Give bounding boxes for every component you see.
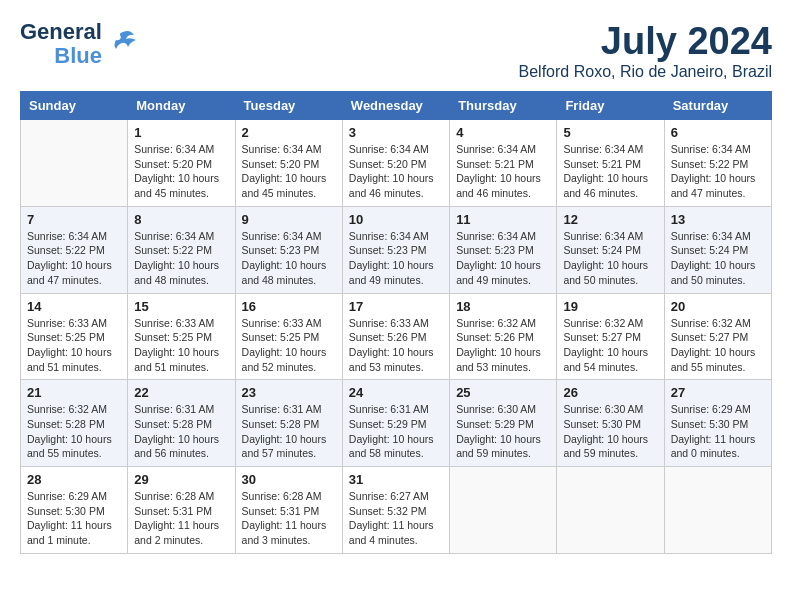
calendar-week-row: 28Sunrise: 6:29 AMSunset: 5:30 PMDayligh…	[21, 467, 772, 554]
day-info: Sunrise: 6:34 AMSunset: 5:20 PMDaylight:…	[242, 142, 336, 201]
day-number: 9	[242, 212, 336, 227]
col-header-monday: Monday	[128, 92, 235, 120]
day-info: Sunrise: 6:34 AMSunset: 5:24 PMDaylight:…	[563, 229, 657, 288]
col-header-tuesday: Tuesday	[235, 92, 342, 120]
day-info: Sunrise: 6:34 AMSunset: 5:20 PMDaylight:…	[134, 142, 228, 201]
calendar-cell: 2Sunrise: 6:34 AMSunset: 5:20 PMDaylight…	[235, 120, 342, 207]
calendar-cell: 14Sunrise: 6:33 AMSunset: 5:25 PMDayligh…	[21, 293, 128, 380]
title-section: July 2024 Belford Roxo, Rio de Janeiro, …	[519, 20, 772, 81]
day-info: Sunrise: 6:33 AMSunset: 5:25 PMDaylight:…	[27, 316, 121, 375]
day-number: 30	[242, 472, 336, 487]
day-info: Sunrise: 6:29 AMSunset: 5:30 PMDaylight:…	[27, 489, 121, 548]
calendar-cell: 20Sunrise: 6:32 AMSunset: 5:27 PMDayligh…	[664, 293, 771, 380]
calendar-cell: 28Sunrise: 6:29 AMSunset: 5:30 PMDayligh…	[21, 467, 128, 554]
day-number: 19	[563, 299, 657, 314]
day-number: 22	[134, 385, 228, 400]
day-info: Sunrise: 6:34 AMSunset: 5:22 PMDaylight:…	[27, 229, 121, 288]
calendar-week-row: 21Sunrise: 6:32 AMSunset: 5:28 PMDayligh…	[21, 380, 772, 467]
day-number: 18	[456, 299, 550, 314]
calendar-cell: 25Sunrise: 6:30 AMSunset: 5:29 PMDayligh…	[450, 380, 557, 467]
calendar-cell: 17Sunrise: 6:33 AMSunset: 5:26 PMDayligh…	[342, 293, 449, 380]
calendar-cell: 30Sunrise: 6:28 AMSunset: 5:31 PMDayligh…	[235, 467, 342, 554]
day-info: Sunrise: 6:31 AMSunset: 5:28 PMDaylight:…	[134, 402, 228, 461]
calendar-week-row: 7Sunrise: 6:34 AMSunset: 5:22 PMDaylight…	[21, 206, 772, 293]
calendar-week-row: 1Sunrise: 6:34 AMSunset: 5:20 PMDaylight…	[21, 120, 772, 207]
day-number: 21	[27, 385, 121, 400]
calendar-cell: 12Sunrise: 6:34 AMSunset: 5:24 PMDayligh…	[557, 206, 664, 293]
day-number: 7	[27, 212, 121, 227]
day-number: 26	[563, 385, 657, 400]
day-number: 4	[456, 125, 550, 140]
col-header-thursday: Thursday	[450, 92, 557, 120]
day-info: Sunrise: 6:31 AMSunset: 5:28 PMDaylight:…	[242, 402, 336, 461]
calendar-cell	[450, 467, 557, 554]
calendar-cell: 23Sunrise: 6:31 AMSunset: 5:28 PMDayligh…	[235, 380, 342, 467]
calendar-cell: 13Sunrise: 6:34 AMSunset: 5:24 PMDayligh…	[664, 206, 771, 293]
day-info: Sunrise: 6:33 AMSunset: 5:25 PMDaylight:…	[134, 316, 228, 375]
calendar-cell: 16Sunrise: 6:33 AMSunset: 5:25 PMDayligh…	[235, 293, 342, 380]
day-number: 5	[563, 125, 657, 140]
col-header-friday: Friday	[557, 92, 664, 120]
day-info: Sunrise: 6:34 AMSunset: 5:24 PMDaylight:…	[671, 229, 765, 288]
calendar-cell: 26Sunrise: 6:30 AMSunset: 5:30 PMDayligh…	[557, 380, 664, 467]
day-info: Sunrise: 6:28 AMSunset: 5:31 PMDaylight:…	[242, 489, 336, 548]
day-info: Sunrise: 6:30 AMSunset: 5:30 PMDaylight:…	[563, 402, 657, 461]
day-info: Sunrise: 6:31 AMSunset: 5:29 PMDaylight:…	[349, 402, 443, 461]
day-number: 12	[563, 212, 657, 227]
day-number: 24	[349, 385, 443, 400]
day-number: 10	[349, 212, 443, 227]
day-number: 29	[134, 472, 228, 487]
logo: General Blue	[20, 20, 138, 68]
day-number: 11	[456, 212, 550, 227]
calendar-week-row: 14Sunrise: 6:33 AMSunset: 5:25 PMDayligh…	[21, 293, 772, 380]
day-number: 23	[242, 385, 336, 400]
calendar-cell: 9Sunrise: 6:34 AMSunset: 5:23 PMDaylight…	[235, 206, 342, 293]
calendar-cell: 15Sunrise: 6:33 AMSunset: 5:25 PMDayligh…	[128, 293, 235, 380]
calendar-cell: 29Sunrise: 6:28 AMSunset: 5:31 PMDayligh…	[128, 467, 235, 554]
day-number: 16	[242, 299, 336, 314]
day-info: Sunrise: 6:32 AMSunset: 5:27 PMDaylight:…	[671, 316, 765, 375]
calendar-cell: 11Sunrise: 6:34 AMSunset: 5:23 PMDayligh…	[450, 206, 557, 293]
day-info: Sunrise: 6:34 AMSunset: 5:21 PMDaylight:…	[456, 142, 550, 201]
day-info: Sunrise: 6:30 AMSunset: 5:29 PMDaylight:…	[456, 402, 550, 461]
calendar-cell: 10Sunrise: 6:34 AMSunset: 5:23 PMDayligh…	[342, 206, 449, 293]
day-number: 8	[134, 212, 228, 227]
calendar-table: SundayMondayTuesdayWednesdayThursdayFrid…	[20, 91, 772, 554]
day-info: Sunrise: 6:33 AMSunset: 5:26 PMDaylight:…	[349, 316, 443, 375]
day-number: 15	[134, 299, 228, 314]
day-info: Sunrise: 6:34 AMSunset: 5:21 PMDaylight:…	[563, 142, 657, 201]
day-info: Sunrise: 6:34 AMSunset: 5:22 PMDaylight:…	[134, 229, 228, 288]
day-number: 14	[27, 299, 121, 314]
day-number: 28	[27, 472, 121, 487]
day-info: Sunrise: 6:32 AMSunset: 5:27 PMDaylight:…	[563, 316, 657, 375]
col-header-saturday: Saturday	[664, 92, 771, 120]
logo-bird-icon	[108, 27, 138, 61]
page-header: General Blue July 2024 Belford Roxo, Rio…	[20, 20, 772, 81]
day-info: Sunrise: 6:34 AMSunset: 5:23 PMDaylight:…	[456, 229, 550, 288]
day-info: Sunrise: 6:33 AMSunset: 5:25 PMDaylight:…	[242, 316, 336, 375]
day-number: 31	[349, 472, 443, 487]
day-info: Sunrise: 6:28 AMSunset: 5:31 PMDaylight:…	[134, 489, 228, 548]
calendar-cell: 19Sunrise: 6:32 AMSunset: 5:27 PMDayligh…	[557, 293, 664, 380]
day-info: Sunrise: 6:32 AMSunset: 5:28 PMDaylight:…	[27, 402, 121, 461]
calendar-cell: 3Sunrise: 6:34 AMSunset: 5:20 PMDaylight…	[342, 120, 449, 207]
calendar-cell: 6Sunrise: 6:34 AMSunset: 5:22 PMDaylight…	[664, 120, 771, 207]
day-info: Sunrise: 6:34 AMSunset: 5:23 PMDaylight:…	[349, 229, 443, 288]
day-info: Sunrise: 6:32 AMSunset: 5:26 PMDaylight:…	[456, 316, 550, 375]
day-info: Sunrise: 6:34 AMSunset: 5:20 PMDaylight:…	[349, 142, 443, 201]
calendar-header-row: SundayMondayTuesdayWednesdayThursdayFrid…	[21, 92, 772, 120]
day-number: 6	[671, 125, 765, 140]
calendar-cell: 21Sunrise: 6:32 AMSunset: 5:28 PMDayligh…	[21, 380, 128, 467]
calendar-cell: 24Sunrise: 6:31 AMSunset: 5:29 PMDayligh…	[342, 380, 449, 467]
day-info: Sunrise: 6:29 AMSunset: 5:30 PMDaylight:…	[671, 402, 765, 461]
day-number: 27	[671, 385, 765, 400]
logo-line1: General	[20, 20, 102, 44]
col-header-wednesday: Wednesday	[342, 92, 449, 120]
month-year-title: July 2024	[519, 20, 772, 63]
day-number: 17	[349, 299, 443, 314]
calendar-cell: 7Sunrise: 6:34 AMSunset: 5:22 PMDaylight…	[21, 206, 128, 293]
day-info: Sunrise: 6:27 AMSunset: 5:32 PMDaylight:…	[349, 489, 443, 548]
calendar-cell: 8Sunrise: 6:34 AMSunset: 5:22 PMDaylight…	[128, 206, 235, 293]
day-number: 13	[671, 212, 765, 227]
calendar-cell: 18Sunrise: 6:32 AMSunset: 5:26 PMDayligh…	[450, 293, 557, 380]
